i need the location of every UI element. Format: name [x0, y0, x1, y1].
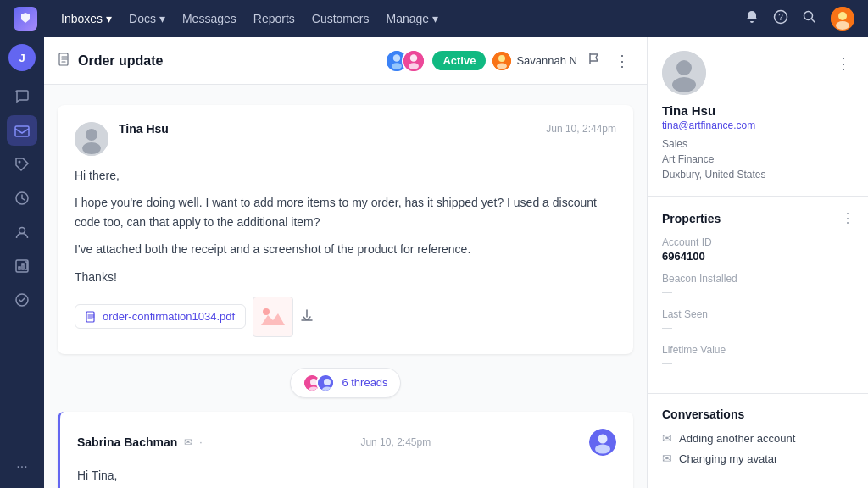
svg-rect-6	[15, 126, 29, 136]
message-header-1: Tina Hsu Jun 10, 2:44pm	[75, 122, 616, 156]
properties-section: Properties ⋮ Account ID 6964100 Beacon I…	[648, 197, 868, 394]
message-sender-name-1: Tina Hsu	[119, 122, 169, 136]
prop-last-seen: Last Seen —	[662, 308, 854, 334]
search-icon[interactable]	[802, 9, 817, 28]
conversation-header: Order update Active Savannah N	[44, 37, 647, 85]
contact-company: Art Finance	[662, 152, 854, 167]
svg-point-21	[497, 63, 507, 69]
svg-point-32	[324, 379, 331, 385]
attachment-image-thumb[interactable]	[253, 297, 293, 337]
conv-link-2-label: Changing my avatar	[679, 452, 777, 465]
right-panel: ⋮ Tina Hsu tina@artfinance.com Sales Art…	[648, 37, 868, 488]
contact-email[interactable]: tina@artfinance.com	[662, 119, 854, 131]
conv-link-1-label: Adding another account	[679, 432, 795, 445]
attachment-pdf[interactable]: order-confirmation1034.pdf	[75, 304, 246, 329]
conv-link-2[interactable]: ✉ Changing my avatar	[662, 452, 854, 465]
nav-customers[interactable]: Customers	[305, 8, 376, 29]
svg-point-4	[838, 12, 847, 20]
properties-more-icon[interactable]: ⋮	[841, 210, 854, 226]
reply-sender-name: Sabrina Bachman	[77, 435, 177, 449]
participants-avatars	[385, 49, 426, 73]
reply-greeting: Hi Tina,	[77, 466, 616, 485]
msg-line-4: Thanks!	[75, 268, 616, 286]
help-icon[interactable]: ?	[773, 9, 788, 28]
sidebar-item-history[interactable]	[7, 183, 37, 214]
message-card-reply: Sabrina Bachman ✉ · Jun 10, 2:45pm Hi Ti…	[58, 412, 633, 488]
prop-account-id: Account ID 6964100	[662, 236, 854, 263]
nav-manage[interactable]: Manage ▾	[379, 8, 445, 29]
properties-title: Properties	[662, 212, 721, 225]
sidebar-item-inbox[interactable]	[7, 115, 37, 146]
msg-line-3: I've attached both the receipt and a scr…	[75, 240, 616, 258]
prop-last-seen-label: Last Seen	[662, 308, 854, 320]
more-options-button[interactable]: ⋮	[611, 48, 633, 74]
prop-beacon: Beacon Installed —	[662, 273, 854, 298]
sidebar-item-contacts[interactable]	[7, 217, 37, 247]
prop-last-seen-value: —	[662, 322, 854, 334]
svg-point-38	[676, 60, 692, 75]
conv-link-1[interactable]: ✉ Adding another account	[662, 431, 854, 445]
conversation-header-actions: Active Savannah N ⋮	[385, 48, 633, 74]
nav-reports[interactable]: Reports	[247, 8, 302, 29]
message-card-1: Tina Hsu Jun 10, 2:44pm Hi there, I hope…	[58, 105, 633, 354]
message-sender-avatar-1	[75, 122, 108, 156]
prop-lifetime-label: Lifetime Value	[662, 344, 854, 356]
reply-header: Sabrina Bachman ✉ · Jun 10, 2:45pm	[77, 429, 616, 456]
prop-beacon-value: —	[662, 286, 854, 298]
nav-messages[interactable]: Messages	[175, 8, 243, 29]
flag-button[interactable]	[584, 48, 604, 73]
prop-lifetime: Lifetime Value —	[662, 344, 854, 369]
sidebar-item-done[interactable]	[7, 285, 37, 315]
sidebar-item-label[interactable]	[7, 149, 37, 180]
conversation-panel: Order update Active Savannah N	[44, 37, 648, 488]
bell-icon[interactable]	[744, 9, 760, 28]
svg-rect-26	[258, 302, 288, 332]
properties-header: Properties ⋮	[662, 210, 854, 226]
sidebar-item-chat[interactable]	[7, 81, 37, 112]
sidebar-user-avatar[interactable]: J	[8, 44, 36, 71]
nav-docs[interactable]: Docs ▾	[122, 8, 172, 29]
svg-text:?: ?	[778, 13, 783, 22]
svg-point-36	[595, 444, 610, 453]
threads-count-label: 6 threads	[342, 376, 387, 389]
threads-pill[interactable]: 6 threads	[290, 368, 400, 398]
prop-account-id-label: Account ID	[662, 236, 854, 248]
download-button[interactable]	[300, 308, 314, 325]
mail-icon-2: ✉	[662, 452, 672, 465]
mail-icon-1: ✉	[662, 431, 672, 445]
messages-area: Tina Hsu Jun 10, 2:44pm Hi there, I hope…	[44, 85, 647, 488]
chevron-down-icon: ▾	[432, 12, 438, 25]
contact-header: ⋮	[662, 51, 854, 95]
nav-action-icons: ?	[744, 7, 854, 30]
contact-more-button[interactable]: ⋮	[832, 51, 854, 76]
reply-body: Hi Tina, Thank you for reaching out to u…	[77, 466, 616, 488]
nav-inboxes[interactable]: Inboxes ▾	[54, 8, 119, 29]
svg-point-15	[392, 63, 402, 69]
document-icon	[58, 53, 71, 69]
message-body-1: Hi there, I hope you're doing well. I wa…	[75, 166, 616, 286]
message-meta-1: Tina Hsu Jun 10, 2:44pm	[119, 122, 616, 136]
msg-line-2: I hope you're doing well. I want to add …	[75, 193, 616, 231]
message-time-1: Jun 10, 2:44pm	[546, 123, 616, 135]
svg-point-20	[498, 55, 505, 62]
attachment-area: order-confirmation1034.pdf	[75, 297, 616, 337]
contact-role: Sales	[662, 136, 854, 152]
prop-beacon-label: Beacon Installed	[662, 273, 854, 285]
participant-avatar-2	[402, 49, 426, 73]
svg-point-9	[19, 228, 25, 234]
nav-items: Inboxes ▾ Docs ▾ Messages Reports Custom…	[54, 8, 445, 29]
msg-line-1: Hi there,	[75, 166, 616, 185]
chevron-down-icon: ▾	[106, 12, 112, 25]
sidebar-more-icon[interactable]: ···	[16, 459, 27, 481]
threads-avatars	[303, 374, 335, 392]
status-badge[interactable]: Active	[432, 51, 486, 70]
chevron-down-icon: ▾	[159, 12, 165, 25]
app-logo[interactable]	[14, 7, 37, 30]
contact-details: Tina Hsu tina@artfinance.com Sales Art F…	[662, 103, 854, 182]
user-avatar-nav[interactable]	[831, 7, 854, 30]
svg-point-18	[409, 63, 419, 69]
reply-time: Jun 10, 2:45pm	[360, 436, 431, 448]
left-sidebar: J ···	[0, 37, 44, 488]
svg-point-23	[86, 129, 97, 141]
sidebar-item-reports[interactable]	[7, 251, 37, 281]
